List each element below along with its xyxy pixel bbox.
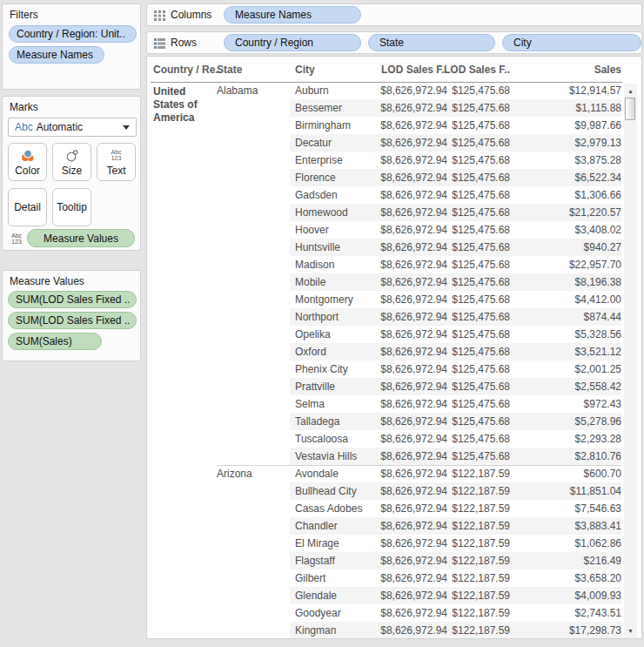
lod-sales-2-cell[interactable]: $125,475.68 — [406, 186, 510, 204]
table-row[interactable]: Homewood$8,626,972.94$125,475.68$21,220.… — [147, 204, 622, 221]
sales-cell[interactable]: $22,957.70 — [517, 256, 621, 273]
lod-sales-2-cell[interactable]: $125,475.68 — [406, 326, 510, 343]
table-row[interactable]: Casas Adobes$8,626,972.94$122,187.59$7,5… — [147, 500, 622, 517]
lod-sales-2-cell[interactable]: $125,475.68 — [406, 395, 510, 413]
city-cell[interactable]: El Mirage — [295, 535, 339, 552]
table-row[interactable]: Madison$8,626,972.94$125,475.68$22,957.7… — [147, 256, 622, 273]
sales-cell[interactable]: $874.44 — [517, 308, 621, 326]
sales-cell[interactable]: $7,546.63 — [517, 500, 621, 517]
sales-cell[interactable]: $972.43 — [517, 395, 621, 413]
table-row[interactable]: Bessemer$8,626,972.94$125,475.68$1,115.8… — [147, 99, 622, 117]
table-row[interactable]: Avondale$8,626,972.94$122,187.59$600.70 — [147, 465, 622, 482]
sales-cell[interactable]: $5,278.96 — [517, 413, 621, 430]
table-row[interactable]: Hoover$8,626,972.94$125,475.68$3,408.02 — [147, 221, 622, 239]
city-cell[interactable]: Avondale — [295, 465, 339, 482]
city-cell[interactable]: Madison — [295, 256, 334, 273]
sales-cell[interactable]: $17,298.73 — [517, 622, 621, 639]
city-cell[interactable]: Auburn — [295, 82, 329, 99]
column-header-lod-sales-2[interactable]: LOD Sales F.. — [423, 64, 510, 76]
city-cell[interactable]: Opelika — [295, 326, 331, 343]
table-row[interactable]: Northport$8,626,972.94$125,475.68$874.44 — [147, 308, 622, 326]
sales-cell[interactable]: $2,001.25 — [517, 361, 621, 378]
measure-values-encoding-pill[interactable]: Measure Values — [27, 229, 135, 247]
city-cell[interactable]: Glendale — [295, 587, 337, 604]
mv-pill-lod-sales-fixed-2[interactable]: SUM(LOD Sales Fixed .. — [8, 312, 137, 329]
lod-sales-2-cell[interactable]: $125,475.68 — [406, 308, 510, 326]
sales-cell[interactable]: $6,522.34 — [517, 169, 621, 186]
table-row[interactable]: Birmingham$8,626,972.94$125,475.68$9,987… — [147, 117, 622, 134]
mv-pill-lod-sales-fixed-1[interactable]: SUM(LOD Sales Fixed .. — [8, 291, 137, 308]
lod-sales-2-cell[interactable]: $125,475.68 — [406, 134, 510, 152]
city-cell[interactable]: Homewood — [295, 204, 348, 221]
table-row[interactable]: Kingman$8,626,972.94$122,187.59$17,298.7… — [147, 622, 622, 639]
city-cell[interactable]: Gilbert — [295, 569, 325, 587]
tooltip-button[interactable]: Tooltip — [52, 188, 91, 226]
column-header-state[interactable]: State — [217, 64, 242, 76]
city-cell[interactable]: Huntsville — [295, 239, 340, 256]
lod-sales-2-cell[interactable]: $122,187.59 — [406, 552, 510, 569]
lod-sales-2-cell[interactable]: $122,187.59 — [406, 500, 510, 517]
sales-cell[interactable]: $11,851.04 — [517, 482, 621, 500]
table-row[interactable]: Phenix City$8,626,972.94$125,475.68$2,00… — [147, 361, 622, 378]
mv-pill-sum-sales[interactable]: SUM(Sales) — [8, 333, 102, 350]
lod-sales-2-cell[interactable]: $125,475.68 — [406, 82, 510, 99]
rows-shelf[interactable]: Rows Country / Region State City — [146, 31, 642, 54]
lod-sales-2-cell[interactable]: $125,475.68 — [406, 204, 510, 221]
table-row[interactable]: Decatur$8,626,972.94$125,475.68$2,979.13 — [147, 134, 622, 152]
city-cell[interactable]: Goodyear — [295, 604, 341, 622]
table-row[interactable]: Huntsville$8,626,972.94$125,475.68$940.2… — [147, 239, 622, 256]
lod-sales-2-cell[interactable]: $125,475.68 — [406, 256, 510, 273]
table-row[interactable]: Chandler$8,626,972.94$122,187.59$3,883.4… — [147, 517, 622, 535]
city-cell[interactable]: Gadsden — [295, 186, 338, 204]
sales-cell[interactable]: $4,412.00 — [517, 291, 621, 308]
lod-sales-2-cell[interactable]: $122,187.59 — [406, 465, 510, 482]
text-button[interactable]: Abc 123 Text — [97, 143, 136, 181]
table-row[interactable]: Opelika$8,626,972.94$125,475.68$5,328.56 — [147, 326, 622, 343]
vertical-scrollbar[interactable]: ▲ ▼ — [624, 84, 637, 639]
sales-cell[interactable]: $4,009.93 — [517, 587, 621, 604]
lod-sales-2-cell[interactable]: $122,187.59 — [406, 535, 510, 552]
sales-cell[interactable]: $12,914.57 — [517, 82, 621, 99]
columns-shelf[interactable]: Columns Measure Names — [146, 3, 642, 26]
sales-cell[interactable]: $1,062.86 — [517, 535, 621, 552]
mark-type-dropdown[interactable]: AbcAutomatic — [8, 118, 137, 137]
city-cell[interactable]: Tuscaloosa — [295, 430, 348, 448]
lod-sales-2-cell[interactable]: $125,475.68 — [406, 378, 510, 395]
sales-cell[interactable]: $21,220.57 — [517, 204, 621, 221]
table-row[interactable]: Gadsden$8,626,972.94$125,475.68$1,306.66 — [147, 186, 622, 204]
column-header-sales[interactable]: Sales — [534, 64, 621, 76]
table-row[interactable]: Mobile$8,626,972.94$125,475.68$8,196.38 — [147, 273, 622, 291]
sales-cell[interactable]: $940.27 — [517, 239, 621, 256]
lod-sales-2-cell[interactable]: $125,475.68 — [406, 361, 510, 378]
lod-sales-2-cell[interactable]: $122,187.59 — [406, 482, 510, 500]
lod-sales-2-cell[interactable]: $122,187.59 — [406, 587, 510, 604]
sales-cell[interactable]: $2,743.51 — [517, 604, 621, 622]
lod-sales-2-cell[interactable]: $122,187.59 — [406, 517, 510, 535]
sales-cell[interactable]: $1,306.66 — [517, 186, 621, 204]
city-cell[interactable]: Selma — [295, 395, 325, 413]
rows-pill-country-region[interactable]: Country / Region — [224, 34, 361, 51]
city-cell[interactable]: Oxford — [295, 343, 326, 361]
columns-pill-measure-names[interactable]: Measure Names — [224, 6, 361, 24]
scroll-down-icon[interactable]: ▼ — [624, 625, 637, 637]
table-row[interactable]: Tuscaloosa$8,626,972.94$125,475.68$2,293… — [147, 430, 622, 448]
sales-cell[interactable]: $2,558.42 — [517, 378, 621, 395]
city-cell[interactable]: Talladega — [295, 413, 339, 430]
city-cell[interactable]: Mobile — [295, 273, 325, 291]
sales-cell[interactable]: $3,658.20 — [517, 569, 621, 587]
lod-sales-2-cell[interactable]: $125,475.68 — [406, 273, 510, 291]
lod-sales-2-cell[interactable]: $122,187.59 — [406, 569, 510, 587]
lod-sales-2-cell[interactable]: $125,475.68 — [406, 239, 510, 256]
lod-sales-2-cell[interactable]: $125,475.68 — [406, 99, 510, 117]
table-row[interactable]: Enterprise$8,626,972.94$125,475.68$3,875… — [147, 152, 622, 169]
rows-pill-state[interactable]: State — [368, 34, 495, 51]
color-button[interactable]: Color — [8, 143, 47, 181]
city-cell[interactable]: Enterprise — [295, 152, 343, 169]
filter-pill-country-region[interactable]: Country / Region: Unit.. — [9, 25, 137, 43]
sales-cell[interactable]: $2,979.13 — [517, 134, 621, 152]
column-header-city[interactable]: City — [295, 64, 315, 76]
lod-sales-2-cell[interactable]: $125,475.68 — [406, 291, 510, 308]
sales-cell[interactable]: $216.49 — [517, 552, 621, 569]
sales-cell[interactable]: $3,883.41 — [517, 517, 621, 535]
sales-cell[interactable]: $3,521.12 — [517, 343, 621, 361]
